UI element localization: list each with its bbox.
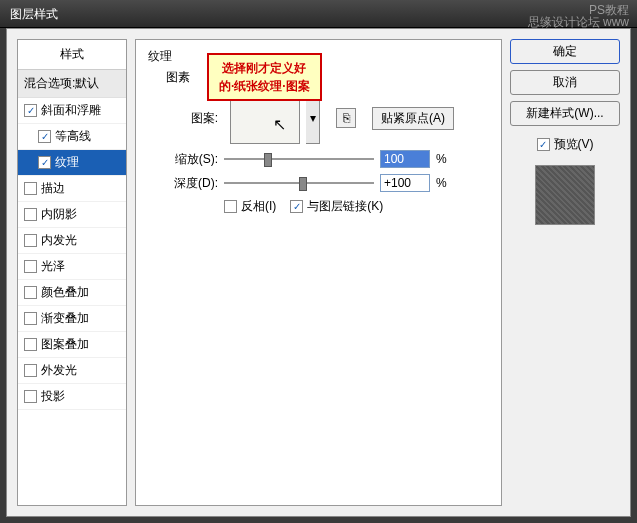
scale-label: 缩放(S): — [158, 151, 218, 168]
style-checkbox[interactable] — [24, 260, 37, 273]
dialog-body: 选择刚才定义好 的·纸张纹理·图案 样式 混合选项:默认 斜面和浮雕等高线纹理描… — [6, 28, 631, 517]
watermark: PS教程 思缘设计论坛 www — [528, 4, 629, 28]
annotation-callout: 选择刚才定义好 的·纸张纹理·图案 — [207, 53, 322, 101]
new-style-button[interactable]: 新建样式(W)... — [510, 101, 620, 126]
style-checkbox[interactable] — [24, 364, 37, 377]
blend-options-row[interactable]: 混合选项:默认 — [18, 70, 126, 98]
dialog-buttons: 确定 取消 新建样式(W)... 预览(V) — [510, 39, 620, 506]
style-checkbox[interactable] — [24, 208, 37, 221]
style-label: 外发光 — [41, 362, 77, 379]
style-label: 内发光 — [41, 232, 77, 249]
style-row-6[interactable]: 光泽 — [18, 254, 126, 280]
style-row-7[interactable]: 颜色叠加 — [18, 280, 126, 306]
scale-unit: % — [436, 152, 447, 166]
style-label: 斜面和浮雕 — [41, 102, 101, 119]
depth-input[interactable] — [380, 174, 430, 192]
scale-input[interactable] — [380, 150, 430, 168]
style-label: 内阴影 — [41, 206, 77, 223]
style-row-0[interactable]: 斜面和浮雕 — [18, 98, 126, 124]
style-row-8[interactable]: 渐变叠加 — [18, 306, 126, 332]
style-row-3[interactable]: 描边 — [18, 176, 126, 202]
style-label: 渐变叠加 — [41, 310, 89, 327]
style-checkbox[interactable] — [24, 182, 37, 195]
style-label: 描边 — [41, 180, 65, 197]
new-preset-button[interactable]: ⎘ — [336, 108, 356, 128]
window-title: 图层样式 — [10, 7, 58, 21]
ok-button[interactable]: 确定 — [510, 39, 620, 64]
style-row-11[interactable]: 投影 — [18, 384, 126, 410]
invert-checkbox[interactable]: 反相(I) — [224, 198, 276, 215]
styles-list: 样式 混合选项:默认 斜面和浮雕等高线纹理描边内阴影内发光光泽颜色叠加渐变叠加图… — [17, 39, 127, 506]
style-row-10[interactable]: 外发光 — [18, 358, 126, 384]
styles-column: 样式 混合选项:默认 斜面和浮雕等高线纹理描边内阴影内发光光泽颜色叠加渐变叠加图… — [17, 39, 127, 506]
style-checkbox[interactable] — [38, 130, 51, 143]
style-label: 等高线 — [55, 128, 91, 145]
cursor-icon: ↖ — [273, 115, 286, 134]
style-row-5[interactable]: 内发光 — [18, 228, 126, 254]
style-label: 颜色叠加 — [41, 284, 89, 301]
style-row-2[interactable]: 纹理 — [18, 150, 126, 176]
style-label: 投影 — [41, 388, 65, 405]
style-checkbox[interactable] — [24, 234, 37, 247]
scale-slider[interactable] — [224, 151, 374, 167]
style-checkbox[interactable] — [24, 104, 37, 117]
style-row-1[interactable]: 等高线 — [18, 124, 126, 150]
depth-unit: % — [436, 176, 447, 190]
style-label: 光泽 — [41, 258, 65, 275]
style-row-4[interactable]: 内阴影 — [18, 202, 126, 228]
cancel-button[interactable]: 取消 — [510, 70, 620, 95]
style-label: 纹理 — [55, 154, 79, 171]
pattern-label: 图案: — [158, 110, 218, 127]
preview-checkbox[interactable]: 预览(V) — [537, 136, 594, 153]
style-checkbox[interactable] — [24, 312, 37, 325]
texture-settings-panel: 纹理 图素 图案: ↖ ▾ ⎘ 贴紧原点(A) 缩放(S): % 深度(D): — [135, 39, 502, 506]
depth-slider[interactable] — [224, 175, 374, 191]
style-checkbox[interactable] — [24, 338, 37, 351]
style-checkbox[interactable] — [24, 390, 37, 403]
style-checkbox[interactable] — [38, 156, 51, 169]
snap-origin-button[interactable]: 贴紧原点(A) — [372, 107, 454, 130]
preview-swatch — [535, 165, 595, 225]
style-label: 图案叠加 — [41, 336, 89, 353]
style-row-9[interactable]: 图案叠加 — [18, 332, 126, 358]
styles-header: 样式 — [18, 40, 126, 70]
link-layer-checkbox[interactable]: 与图层链接(K) — [290, 198, 383, 215]
depth-label: 深度(D): — [158, 175, 218, 192]
style-checkbox[interactable] — [24, 286, 37, 299]
